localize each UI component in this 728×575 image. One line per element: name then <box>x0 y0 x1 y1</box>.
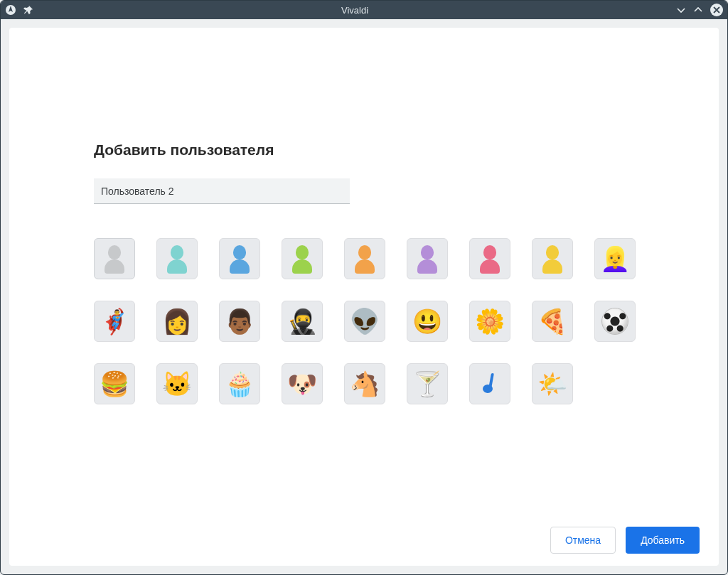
avatar-teal[interactable] <box>156 238 198 279</box>
avatar-blonde-woman[interactable]: 👱‍♀️ <box>594 238 636 279</box>
username-input[interactable] <box>94 178 350 204</box>
pin-icon[interactable] <box>23 5 33 15</box>
avatar-sunglasses-woman[interactable]: 👩 <box>156 301 198 342</box>
avatar-dog[interactable]: 🐶 <box>282 363 323 404</box>
add-user-dialog: Добавить пользователя 👱‍♀️🦸‍♂️👩👨🏾🥷👽😃🌼🍕🍔🐱… <box>9 28 719 566</box>
avatar-yellow[interactable] <box>532 238 573 279</box>
avatar-superhero[interactable]: 🦸‍♂️ <box>94 301 135 342</box>
content-frame: Добавить пользователя 👱‍♀️🦸‍♂️👩👨🏾🥷👽😃🌼🍕🍔🐱… <box>1 19 727 574</box>
window-title: Vivaldi <box>33 5 676 16</box>
avatar-alien[interactable]: 👽 <box>344 301 385 342</box>
avatar-man[interactable]: 👨🏾 <box>219 301 260 342</box>
avatar-grid: 👱‍♀️🦸‍♂️👩👨🏾🥷👽😃🌼🍕🍔🐱🧁🐶🐴🍸🌤️ <box>94 238 634 404</box>
avatar-grey[interactable] <box>94 238 135 279</box>
avatar-smiley[interactable]: 😃 <box>407 301 448 342</box>
avatar-cat[interactable]: 🐱 <box>156 363 198 404</box>
cancel-button[interactable]: Отмена <box>550 527 616 554</box>
add-button[interactable]: Добавить <box>626 527 700 554</box>
avatar-weather[interactable]: 🌤️ <box>532 363 573 404</box>
app-menu-icon[interactable] <box>5 4 16 16</box>
minimize-icon[interactable] <box>676 5 686 15</box>
avatar-orange[interactable] <box>344 238 385 279</box>
avatar-green[interactable] <box>282 238 323 279</box>
avatar-blue[interactable] <box>219 238 260 279</box>
avatar-pink[interactable] <box>469 238 510 279</box>
dialog-heading: Добавить пользователя <box>94 141 634 158</box>
titlebar: Vivaldi <box>1 1 727 19</box>
avatar-burger[interactable]: 🍔 <box>94 363 135 404</box>
maximize-icon[interactable] <box>693 5 703 15</box>
avatar-cupcake[interactable]: 🧁 <box>219 363 260 404</box>
avatar-cocktail[interactable]: 🍸 <box>407 363 448 404</box>
close-icon[interactable] <box>710 4 723 16</box>
avatar-soccer[interactable] <box>594 301 636 342</box>
avatar-music-note[interactable] <box>469 363 510 404</box>
avatar-purple[interactable] <box>407 238 448 279</box>
avatar-pizza[interactable]: 🍕 <box>532 301 573 342</box>
dialog-buttons: Отмена Добавить <box>550 527 700 554</box>
avatar-horse[interactable]: 🐴 <box>344 363 385 404</box>
avatar-flower[interactable]: 🌼 <box>469 301 510 342</box>
avatar-ninja[interactable]: 🥷 <box>282 301 323 342</box>
app-window: Vivaldi Добавить пользователя 👱‍♀️🦸‍♂ <box>0 0 728 575</box>
